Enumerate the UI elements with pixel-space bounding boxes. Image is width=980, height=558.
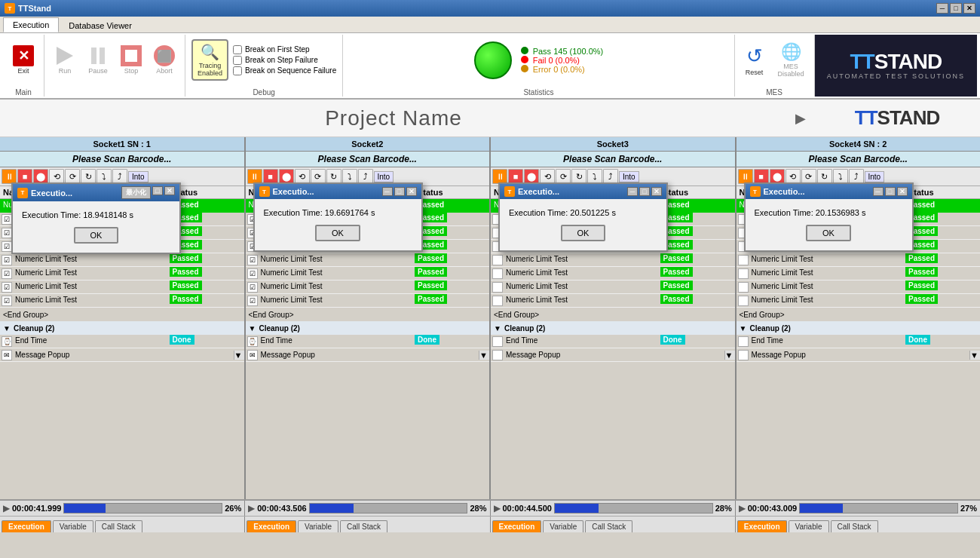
dialog3-restore[interactable]: □: [639, 187, 650, 196]
s3-tab-callstack[interactable]: Call Stack: [585, 520, 632, 532]
dialog4-minimize[interactable]: ─: [873, 187, 884, 196]
s2-btn4[interactable]: ⟲: [295, 169, 310, 184]
socket4-pct: 27%: [960, 504, 977, 513]
reset-button[interactable]: ↺ Reset: [741, 42, 768, 78]
break-step-failure-input[interactable]: [233, 56, 242, 65]
s4-abort-btn[interactable]: ⬤: [770, 169, 785, 184]
dialog1-close[interactable]: ✕: [164, 186, 175, 195]
dialog3-close[interactable]: ✕: [651, 187, 662, 196]
dialog1-minimize[interactable]: 最小化: [121, 186, 151, 199]
s2-btn5[interactable]: ⟳: [311, 169, 326, 184]
abort-icon: ⬛: [154, 45, 175, 66]
s3-btn7[interactable]: ⤵: [587, 169, 602, 184]
s3-btn6[interactable]: ↻: [571, 169, 586, 184]
dialog1-ok-button[interactable]: OK: [74, 227, 119, 244]
s4-tab-callstack[interactable]: Call Stack: [831, 520, 878, 532]
s4-btn5[interactable]: ⟳: [801, 169, 816, 184]
break-step-failure-check[interactable]: Break on Step Failure: [233, 56, 336, 65]
minimize-button[interactable]: ─: [936, 3, 948, 14]
s1-btn6[interactable]: ↻: [81, 169, 96, 184]
s1-into-btn[interactable]: Into: [128, 171, 149, 182]
s3-stop-btn[interactable]: ■: [508, 169, 523, 184]
pause-button[interactable]: Pause: [84, 43, 112, 77]
exit-button[interactable]: ✕ Exit: [9, 43, 38, 77]
break-seq-failure-check[interactable]: Break on Sequence Failure: [233, 66, 336, 75]
break-seq-failure-input[interactable]: [233, 66, 242, 75]
s4-pause-btn[interactable]: ⏸: [738, 169, 753, 184]
socket2-progress-inner: [310, 504, 354, 513]
dialog2-minimize[interactable]: ─: [382, 187, 393, 196]
s4-stop-btn[interactable]: ■: [754, 169, 769, 184]
socket2-scan: Please Scan Barcode...: [246, 152, 490, 167]
dialog1-restore[interactable]: □: [152, 186, 163, 195]
s1-btn4[interactable]: ⟲: [49, 169, 64, 184]
s4-btn4[interactable]: ⟲: [786, 169, 801, 184]
s3-tab-execution[interactable]: Execution: [492, 520, 542, 532]
s4-btn7[interactable]: ⤵: [833, 169, 848, 184]
dialog2-restore[interactable]: □: [394, 187, 405, 196]
s2-abort-btn[interactable]: ⬤: [279, 169, 294, 184]
s1-btn5[interactable]: ⟳: [65, 169, 80, 184]
s2-tab-variable[interactable]: Variable: [298, 520, 338, 532]
s4-cleanup-toggle[interactable]: ▼: [740, 324, 747, 333]
s1-btn8[interactable]: ⤴: [112, 169, 127, 184]
dialog1-title-bar: T Executio... 最小化 □ ✕: [13, 184, 179, 201]
project-bar: Project Name ▶ TTSTAND: [0, 100, 980, 137]
debug-group-label: Debug: [253, 87, 274, 97]
s2-btn8[interactable]: ⤴: [358, 169, 373, 184]
s1-abort-btn[interactable]: ⬤: [33, 169, 48, 184]
s3-pause-btn[interactable]: ⏸: [492, 169, 507, 184]
socket1-progress-outer: [63, 503, 222, 514]
s3-into-btn[interactable]: Into: [619, 171, 639, 182]
dialog2-close[interactable]: ✕: [406, 187, 417, 196]
stop-button[interactable]: Stop: [117, 43, 145, 77]
socket4-dialog: T Executio... ─ □ ✕ Execution Time: 20.1…: [744, 182, 914, 252]
s1-pause-btn[interactable]: ⏸: [2, 169, 17, 184]
s2-btn6[interactable]: ↻: [326, 169, 341, 184]
close-button[interactable]: ✕: [963, 3, 975, 14]
s3-tab-variable[interactable]: Variable: [543, 520, 583, 532]
tab-database-viewer[interactable]: Database Viewer: [59, 18, 142, 32]
s4-into-btn[interactable]: Into: [865, 171, 885, 182]
s4-tab-variable[interactable]: Variable: [789, 520, 829, 532]
dialog4-ok-button[interactable]: OK: [806, 225, 851, 241]
dialog4-restore[interactable]: □: [885, 187, 896, 196]
dialog3-ok-button[interactable]: OK: [561, 225, 606, 241]
s2-tab-execution[interactable]: Execution: [247, 520, 296, 532]
s1-btn7[interactable]: ⤵: [96, 169, 112, 184]
s3-cleanup-toggle[interactable]: ▼: [494, 324, 501, 333]
socket1-pct: 26%: [225, 504, 241, 513]
s3-btn8[interactable]: ⤴: [603, 169, 618, 184]
s1-cleanup-toggle[interactable]: ▼: [3, 324, 11, 333]
s1-tab-execution[interactable]: Execution: [2, 520, 51, 532]
s4-btn6[interactable]: ↻: [817, 169, 832, 184]
run-button[interactable]: Run: [51, 43, 79, 77]
s4-btn8[interactable]: ⤴: [849, 169, 864, 184]
dialog3-minimize[interactable]: ─: [627, 187, 638, 196]
s3-btn5[interactable]: ⟳: [556, 169, 571, 184]
s4-tab-execution[interactable]: Execution: [737, 520, 787, 532]
s2-btn7[interactable]: ⤵: [342, 169, 357, 184]
dialog2-ok-button[interactable]: OK: [315, 225, 360, 241]
s3-abort-btn[interactable]: ⬤: [524, 169, 539, 184]
s2-pause-btn[interactable]: ⏸: [247, 169, 262, 184]
s1-tab-variable[interactable]: Variable: [53, 520, 93, 532]
break-first-step-check[interactable]: Break on First Step: [233, 45, 336, 54]
s2-tab-callstack[interactable]: Call Stack: [340, 520, 387, 532]
s2-cleanup-toggle[interactable]: ▼: [249, 324, 256, 333]
s3-btn4[interactable]: ⟲: [540, 169, 555, 184]
tab-execution[interactable]: Execution: [3, 17, 59, 32]
exit-icon: ✕: [13, 45, 34, 66]
socket-panel-3: Socket3 Please Scan Barcode... ⏸ ■ ⬤ ⟲ ⟳…: [491, 137, 737, 499]
project-expand-arrow[interactable]: ▶: [787, 110, 814, 127]
s2-into-btn[interactable]: Into: [374, 171, 394, 182]
abort-button[interactable]: ⬛ Abort: [150, 43, 179, 77]
s1-tab-callstack[interactable]: Call Stack: [95, 520, 142, 532]
s2-stop-btn[interactable]: ■: [263, 169, 278, 184]
mes-button[interactable]: 🌐 MES Disabled: [774, 40, 808, 80]
break-first-step-input[interactable]: [233, 45, 242, 54]
dialog4-close[interactable]: ✕: [897, 187, 908, 196]
s1-stop-btn[interactable]: ■: [17, 169, 32, 184]
tracing-button[interactable]: 🔍 Tracing Enabled: [191, 39, 228, 81]
maximize-button[interactable]: □: [950, 3, 962, 14]
